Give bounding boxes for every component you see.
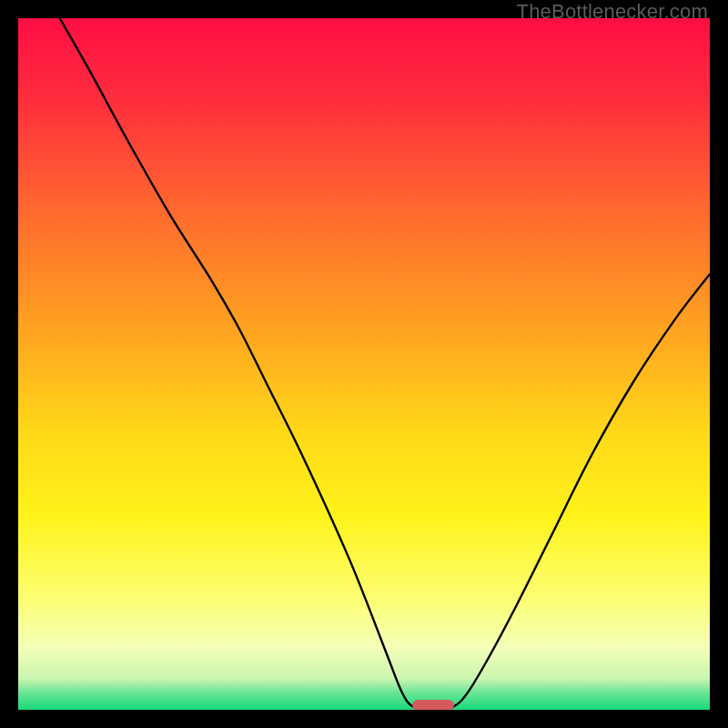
optimal-range-marker — [412, 700, 454, 710]
plot-area — [18, 18, 710, 710]
chart-frame: TheBottlenecker.com — [0, 0, 728, 728]
bottleneck-curve — [18, 18, 710, 710]
